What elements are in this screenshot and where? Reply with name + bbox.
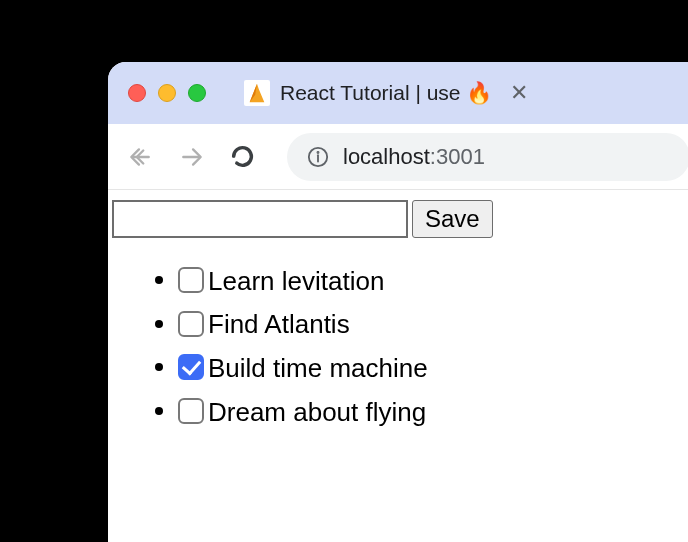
browser-tab[interactable]: React Tutorial | use 🔥 ✕ — [244, 80, 528, 106]
address-bar[interactable]: localhost:3001 — [287, 133, 688, 181]
list-item: Learn levitation — [178, 262, 688, 299]
url-port: :3001 — [430, 144, 485, 169]
forward-button[interactable] — [178, 144, 206, 170]
site-info-icon[interactable] — [307, 146, 329, 168]
todo-checkbox[interactable] — [178, 398, 204, 424]
tab-title: React Tutorial | use 🔥 — [280, 81, 492, 105]
favicon-icon — [244, 80, 270, 106]
todo-label: Dream about flying — [208, 395, 426, 430]
todo-form: Save — [108, 190, 688, 238]
browser-toolbar: localhost:3001 — [108, 124, 688, 190]
list-item: Dream about flying — [178, 393, 688, 430]
todo-label: Learn levitation — [208, 264, 384, 299]
browser-window: React Tutorial | use 🔥 ✕ localhost:3001 — [108, 62, 688, 542]
url-text: localhost:3001 — [343, 144, 485, 170]
maximize-window-button[interactable] — [188, 84, 206, 102]
todo-checkbox[interactable] — [178, 267, 204, 293]
list-item: Build time machine — [178, 349, 688, 386]
minimize-window-button[interactable] — [158, 84, 176, 102]
todo-label: Build time machine — [208, 351, 428, 386]
todo-checkbox[interactable] — [178, 311, 204, 337]
window-controls — [128, 84, 206, 102]
todo-input[interactable] — [112, 200, 408, 238]
list-item: Find Atlantis — [178, 306, 688, 343]
todo-list: Learn levitationFind AtlantisBuild time … — [108, 238, 688, 430]
todo-label: Find Atlantis — [208, 307, 350, 342]
todo-checkbox[interactable] — [178, 354, 204, 380]
close-tab-icon[interactable]: ✕ — [510, 80, 528, 106]
reload-button[interactable] — [230, 144, 255, 169]
close-window-button[interactable] — [128, 84, 146, 102]
page-content: Save Learn levitationFind AtlantisBuild … — [108, 190, 688, 430]
svg-point-5 — [317, 151, 318, 152]
url-host: localhost — [343, 144, 430, 169]
tab-bar: React Tutorial | use 🔥 ✕ — [108, 62, 688, 124]
back-button[interactable] — [126, 144, 154, 170]
save-button[interactable]: Save — [412, 200, 493, 238]
